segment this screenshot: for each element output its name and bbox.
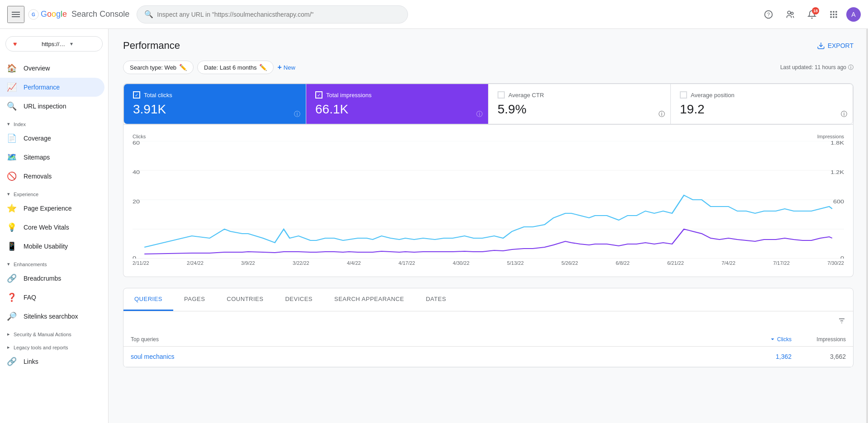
average-position-card[interactable]: Average position 19.2 ⓘ: [671, 84, 853, 124]
average-position-value: 19.2: [680, 102, 844, 117]
sidebar-item-removals[interactable]: 🚫 Removals: [0, 167, 104, 186]
svg-text:60: 60: [133, 141, 140, 146]
tab-dates[interactable]: DATES: [415, 288, 457, 311]
x-label: 7/17/22: [773, 260, 790, 266]
top-nav: G Google Google Search Console Search Co…: [0, 0, 868, 29]
total-impressions-checkbox[interactable]: [315, 91, 323, 99]
site-selector[interactable]: ♥ https://soulmechani... ▾: [5, 36, 103, 52]
legacy-section-header[interactable]: ▸ Legacy tools and reports: [0, 339, 108, 352]
tab-devices[interactable]: DEVICES: [274, 288, 323, 311]
tab-pages[interactable]: PAGES: [173, 288, 216, 311]
average-ctr-checkbox[interactable]: [498, 91, 505, 99]
svg-text:0: 0: [840, 255, 844, 258]
svg-text:0: 0: [133, 255, 136, 258]
url-search-input[interactable]: [157, 11, 400, 18]
total-clicks-checkbox[interactable]: [133, 91, 140, 99]
x-label: 6/21/22: [667, 260, 684, 266]
sidebar-item-sitelinks-searchbox[interactable]: 🔎 Sitelinks searchbox: [0, 307, 104, 326]
section-label: Enhancements: [14, 262, 47, 267]
add-filter-button[interactable]: + New: [277, 63, 295, 71]
svg-rect-7: [833, 11, 834, 12]
svg-rect-11: [835, 14, 837, 15]
index-section-header[interactable]: ▾ Index: [0, 116, 108, 129]
sidebar-item-page-experience[interactable]: ⭐ Page Experience: [0, 199, 104, 218]
tab-queries[interactable]: QUERIES: [123, 288, 173, 311]
col-header-query: Top queries: [131, 336, 737, 343]
expand-arrow-icon: ▸: [7, 331, 10, 337]
sidebar-item-label: URL inspection: [24, 103, 66, 110]
help-icon[interactable]: ⓘ: [659, 110, 665, 118]
sidebar-item-faq[interactable]: ❓ FAQ: [0, 288, 104, 307]
average-ctr-card[interactable]: Average CTR 5.9% ⓘ: [489, 84, 671, 124]
notifications-button[interactable]: 18: [803, 5, 821, 24]
sidebar-item-mobile-usability[interactable]: 📱 Mobile Usability: [0, 237, 104, 256]
average-position-label: Average position: [691, 92, 735, 99]
sidebar-item-performance[interactable]: 📈 Performance: [0, 78, 104, 97]
links-icon: 🔗: [7, 357, 16, 367]
help-icon[interactable]: ⓘ: [294, 110, 300, 118]
date-range-filter[interactable]: Date: Last 6 months ✏️: [197, 61, 274, 74]
chart-container: 60 40 20 0 1.8K 1.2K 600 0: [133, 141, 844, 258]
avatar[interactable]: A: [846, 7, 861, 22]
page-header: Performance EXPORT: [123, 40, 854, 52]
col-header-impressions[interactable]: Impressions: [792, 336, 846, 343]
impressions-header-label: Impressions: [816, 336, 846, 343]
search-type-filter[interactable]: Search type: Web ✏️: [123, 61, 194, 74]
average-ctr-value: 5.9%: [498, 102, 661, 117]
sidebar-item-breadcrumbs[interactable]: 🔗 Breadcrumbs: [0, 269, 104, 288]
sidebar-item-core-web-vitals[interactable]: 💡 Core Web Vitals: [0, 218, 104, 237]
average-position-checkbox[interactable]: [680, 91, 687, 99]
filter-icon: [838, 317, 846, 325]
average-ctr-label: Average CTR: [508, 92, 544, 99]
svg-text:?: ?: [767, 12, 770, 17]
help-button[interactable]: ?: [759, 5, 778, 24]
tabs-row: QUERIES PAGES COUNTRIES DEVICES SEARCH A…: [123, 288, 853, 311]
url-search-bar[interactable]: 🔍: [137, 5, 408, 24]
menu-button[interactable]: [7, 6, 24, 23]
x-label: 2/24/22: [187, 260, 204, 266]
svg-rect-12: [830, 16, 832, 18]
top-queries-label: Top queries: [131, 336, 159, 343]
table-filter-button[interactable]: [838, 317, 846, 327]
tab-search-appearance[interactable]: SEARCH APPEARANCE: [323, 288, 415, 311]
logo: G Google Google Search Console Search Co…: [28, 9, 129, 20]
sidebar-item-label: Page Experience: [24, 205, 72, 212]
sidebar-item-coverage[interactable]: 📄 Coverage: [0, 129, 104, 148]
sidebar: ♥ https://soulmechani... ▾ 🏠 Overview 📈 …: [0, 29, 109, 423]
col-header-clicks[interactable]: Clicks: [737, 336, 792, 343]
faq-icon: ❓: [7, 292, 16, 302]
export-button[interactable]: EXPORT: [817, 42, 854, 50]
total-impressions-card[interactable]: Total impressions 66.1K ⓘ: [306, 84, 489, 124]
section-label: Security & Manual Actions: [14, 332, 71, 337]
sidebar-item-links[interactable]: 🔗 Links: [0, 352, 104, 371]
google-logo-icon: G: [28, 9, 39, 20]
page-experience-icon: ⭐: [7, 203, 16, 213]
help-icon[interactable]: ⓘ: [476, 110, 483, 118]
x-label: 4/4/22: [347, 260, 361, 266]
svg-rect-10: [833, 14, 834, 15]
dropdown-arrow-icon: ▾: [70, 41, 95, 47]
tab-countries[interactable]: COUNTRIES: [216, 288, 274, 311]
security-section-header[interactable]: ▸ Security & Manual Actions: [0, 326, 108, 339]
apps-icon: [829, 10, 838, 19]
chart-y-label-left: Clicks: [133, 134, 146, 139]
total-clicks-card[interactable]: Total clicks 3.91K ⓘ: [124, 84, 306, 124]
query-cell[interactable]: soul mechanics: [131, 353, 737, 360]
section-label: Index: [14, 122, 26, 127]
experience-section-header[interactable]: ▾ Experience: [0, 186, 108, 199]
help-icon[interactable]: ⓘ: [841, 110, 847, 118]
svg-rect-13: [833, 16, 834, 18]
sidebar-item-sitemaps[interactable]: 🗺️ Sitemaps: [0, 148, 104, 167]
apps-button[interactable]: [825, 5, 843, 24]
coverage-icon: 📄: [7, 133, 16, 143]
sitemaps-icon: 🗺️: [7, 152, 16, 162]
sidebar-item-overview[interactable]: 🏠 Overview: [0, 59, 104, 78]
sidebar-item-url-inspection[interactable]: 🔍 URL inspection: [0, 97, 104, 116]
metric-cards: Total clicks 3.91K ⓘ Total impressions 6…: [123, 84, 853, 124]
account-button[interactable]: [781, 5, 799, 24]
sidebar-item-label: Overview: [24, 65, 50, 72]
svg-point-4: [787, 11, 791, 14]
enhancements-section-header[interactable]: ▾ Enhancements: [0, 256, 108, 269]
nav-actions: ? 18 A: [759, 5, 861, 24]
clicks-cell: 1,362: [737, 353, 792, 360]
